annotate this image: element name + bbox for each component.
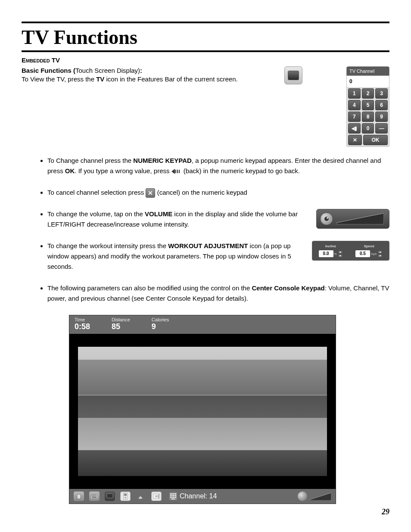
cancel-icon: ✕ <box>146 188 155 198</box>
svg-text:10: 10 <box>155 495 158 498</box>
incline-group: Incline 0.0 % ▲ ▼ <box>319 244 343 258</box>
tv-icon[interactable] <box>284 66 302 84</box>
incline-value: 0.0 <box>319 250 333 257</box>
b1-t1: To Change channel press the <box>47 157 133 164</box>
keypad-grid: 1 2 3 4 5 6 7 8 9 ◂▮ 0 — <box>346 87 389 135</box>
keypad-back[interactable]: ◂▮ <box>348 123 361 134</box>
keypad-header: TV Channel <box>346 66 389 76</box>
svg-marker-6 <box>336 213 384 224</box>
calories-label: Calories <box>152 317 169 322</box>
distance-label: Distance <box>112 317 130 322</box>
svg-marker-0 <box>171 169 175 174</box>
tv-video-area <box>78 347 327 476</box>
intro-tv-bold: TV <box>96 75 104 83</box>
keypad-1[interactable]: 1 <box>348 88 361 99</box>
svg-marker-7 <box>76 494 81 499</box>
keypad-9[interactable]: 9 <box>375 112 388 122</box>
back-icon <box>171 168 182 174</box>
svg-rect-11 <box>94 495 95 495</box>
svg-rect-10 <box>93 495 94 495</box>
speed-label: Speed <box>364 244 374 249</box>
numeric-keypad: TV Channel 0 1 2 3 4 5 6 7 8 9 ◂▮ 0 — ✕ … <box>346 66 389 147</box>
bullet-1: To Change channel press the NUMERIC KEYP… <box>47 156 389 176</box>
keypad-7[interactable]: 7 <box>348 112 361 122</box>
bullet-3: To change the volume, tap on the VOLUME … <box>47 209 389 230</box>
keypad-cancel[interactable]: ✕ <box>348 135 362 145</box>
keypad-3[interactable]: 3 <box>375 88 388 99</box>
keypad-8[interactable]: 8 <box>362 112 374 122</box>
svg-rect-1 <box>175 170 176 173</box>
features-volume[interactable] <box>298 492 331 501</box>
b3-t1: To change the volume, tap on the <box>47 210 145 218</box>
tv-letterbox-top <box>69 334 336 347</box>
b4-t1: To change the workout intensity press th… <box>47 242 168 249</box>
svg-rect-29 <box>170 493 172 495</box>
eraser-icon[interactable] <box>136 492 146 501</box>
workout-adjust-widget[interactable]: Incline 0.0 % ▲ ▼ Speed <box>312 241 389 261</box>
keypad-small-icon <box>169 492 177 500</box>
incline-down[interactable]: ▼ <box>338 254 343 258</box>
tv-screen-icon <box>288 71 299 80</box>
svg-rect-31 <box>174 493 176 495</box>
svg-rect-27 <box>158 497 159 498</box>
tv-feature-icon[interactable] <box>105 492 115 501</box>
intro-bold2: : <box>140 67 142 74</box>
intro-line2a: To View the TV, press the <box>22 75 96 83</box>
svg-rect-30 <box>172 493 174 495</box>
intro-line2b: icon in the Features Bar of the current … <box>104 75 237 83</box>
channel-label: Channel: 14 <box>180 492 217 500</box>
keypad-6[interactable]: 6 <box>375 100 388 110</box>
svg-rect-25 <box>158 495 159 495</box>
speed-down[interactable]: ▼ <box>377 254 383 258</box>
keypad-0[interactable]: 0 <box>362 123 374 134</box>
ipod-icon[interactable] <box>120 492 131 501</box>
keypad-lastrow: ✕ OK <box>346 135 389 147</box>
svg-rect-38 <box>171 498 175 500</box>
bullet-5: The following parameters can also be mod… <box>47 283 389 304</box>
svg-rect-16 <box>96 496 97 497</box>
svg-rect-35 <box>170 497 172 498</box>
keypad-dash[interactable]: — <box>375 123 388 134</box>
svg-rect-14 <box>93 496 94 497</box>
section-label: Embedded TV <box>22 56 389 64</box>
keypad-ok[interactable]: OK <box>363 135 388 145</box>
speed-value: 0.5 <box>355 250 370 257</box>
calories-value: 9 <box>152 322 169 331</box>
features-bar: 10 Channel: 14 <box>69 489 336 504</box>
home-icon[interactable] <box>74 492 84 501</box>
intro-text: Basic Functions (Touch Screen Display): … <box>22 66 279 84</box>
b5-bold: Center Console Keypad <box>252 284 324 292</box>
svg-point-5 <box>327 217 328 219</box>
svg-rect-18 <box>107 494 113 498</box>
keypad-wrap: TV Channel 0 1 2 3 4 5 6 7 8 9 ◂▮ 0 — ✕ … <box>346 66 389 147</box>
tv-stats-bar: Time 0:58 Distance 85 Calories 9 <box>69 315 336 334</box>
time-label: Time <box>75 317 90 322</box>
rule-top <box>22 22 389 23</box>
features-volume-wedge-icon <box>310 492 331 501</box>
bullet-4: To change the workout intensity press th… <box>47 241 389 272</box>
bullet-2: To cancel channel selection press ✕ (can… <box>47 187 389 198</box>
svg-rect-17 <box>92 497 97 498</box>
b2-t2: (cancel) on the numeric keypad <box>157 189 247 196</box>
time-value: 0:58 <box>75 322 90 331</box>
keypad-5[interactable]: 5 <box>362 100 374 110</box>
svg-rect-33 <box>172 495 174 496</box>
svg-marker-22 <box>138 496 143 499</box>
intro-plain1: Touch Screen Display) <box>75 67 140 74</box>
list-icon[interactable]: 10 <box>151 492 162 501</box>
rule-bottom <box>22 50 389 52</box>
svg-rect-26 <box>158 496 159 497</box>
stat-time: Time 0:58 <box>75 317 90 331</box>
volume-widget[interactable] <box>316 209 389 229</box>
keypad-4[interactable]: 4 <box>348 100 361 110</box>
stat-distance: Distance 85 <box>112 317 130 331</box>
keyboard-icon[interactable] <box>89 492 100 501</box>
speed-unit: mph <box>371 252 377 256</box>
svg-rect-20 <box>124 494 127 496</box>
features-volume-knob-icon <box>298 492 307 501</box>
b4-bold: WORKOUT ADJUSTMENT <box>168 242 248 249</box>
features-channel[interactable]: Channel: 14 <box>169 492 217 500</box>
b1-bold1: NUMERIC KEYPAD <box>133 157 192 164</box>
svg-rect-36 <box>172 497 174 498</box>
keypad-2[interactable]: 2 <box>362 88 374 99</box>
